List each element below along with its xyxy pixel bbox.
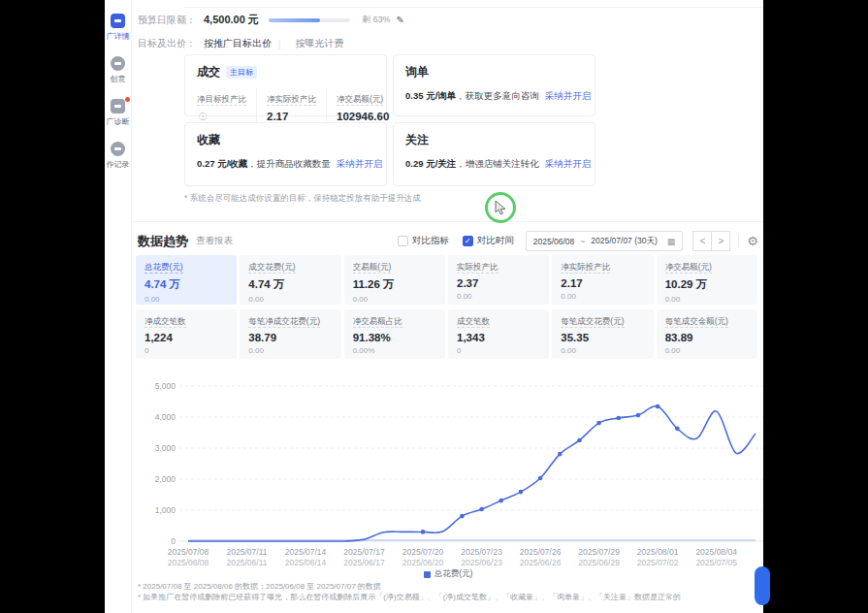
metric-card-8[interactable]: 净交易额占比91.38%0.00% bbox=[344, 309, 445, 359]
click-highlight-ring bbox=[485, 192, 516, 223]
checkbox-icon bbox=[398, 236, 408, 246]
metric-card-7[interactable]: 每笔净成交花费(元)38.790.00 bbox=[240, 309, 340, 359]
trend-title: 数据趋势 bbox=[138, 233, 188, 250]
metric-value: 83.89 bbox=[665, 332, 749, 343]
metric-label-text: 净实际投产比 bbox=[561, 262, 610, 274]
footnote-0: * 2025/07/08 至 2025/08/06 的数据；2025/06/08… bbox=[138, 581, 681, 592]
goal-suggestion-desc: ，获取更多意向咨询 bbox=[456, 90, 539, 101]
goal-bid-row: 目标及出价： 按推广目标出价 | 按曝光计费 bbox=[138, 37, 344, 50]
metric-label: 交易额(元) bbox=[353, 262, 436, 274]
next-period-button[interactable]: > bbox=[711, 231, 730, 251]
metric-label-text: 总花费(元) bbox=[145, 262, 183, 274]
metric-card-3[interactable]: 实际投产比2.370.00 bbox=[448, 255, 549, 305]
goal-suggestion-desc: ，提升商品收藏数量 bbox=[247, 158, 331, 169]
metric-label-text: 每笔成交金额(元) bbox=[665, 316, 728, 328]
metric-card-2[interactable]: 交易额(元)11.26 万0.00 bbox=[344, 255, 445, 305]
adopt-enable-link[interactable]: 采纳并开启 bbox=[545, 90, 592, 101]
metric-card-0[interactable]: 总花费(元)4.74 万0.00 bbox=[136, 255, 237, 305]
primary-goal-badge: 主目标 bbox=[226, 66, 257, 79]
svg-text:0: 0 bbox=[171, 536, 176, 546]
goal-suggestion-price: 0.35 元/询单 bbox=[405, 90, 456, 101]
goal-suggestion-desc: ，增强店铺关注转化 bbox=[456, 158, 539, 169]
goal-suggestion-price: 0.29 元/关注 bbox=[405, 158, 456, 169]
svg-text:2025/07/14: 2025/07/14 bbox=[285, 547, 327, 557]
goal-stat-value: 2.17 bbox=[267, 111, 288, 122]
goal-card-header: 询单 bbox=[405, 64, 583, 81]
metric-card-1[interactable]: 成交花费(元)4.74 万0.00 bbox=[240, 255, 340, 305]
metric-value: 35.35 bbox=[561, 332, 644, 343]
metric-label-text: 实际投产比 bbox=[457, 262, 498, 274]
view-report-link[interactable]: 查看报表 bbox=[196, 235, 233, 247]
goal-suggestion-text: 0.29 元/关注，增强店铺关注转化采纳并开启 bbox=[405, 158, 583, 171]
top-divider bbox=[184, 7, 762, 8]
budget-slider[interactable] bbox=[269, 18, 350, 22]
svg-text:2025/06/23: 2025/06/23 bbox=[461, 558, 502, 567]
diagnose-icon bbox=[111, 99, 125, 113]
budget-value: 4,500.00 元 bbox=[204, 13, 259, 27]
svg-text:2025/07/02: 2025/07/02 bbox=[637, 558, 679, 567]
metric-card-5[interactable]: 净交易额(元)10.29 万0.00 bbox=[657, 255, 757, 305]
metric-label: 成交花费(元) bbox=[248, 262, 332, 274]
goal-stat-value-row: 2.17 bbox=[267, 106, 316, 122]
chart-legend: 总花费(元) bbox=[133, 568, 763, 580]
budget-edit-icon[interactable]: ✎ bbox=[396, 15, 403, 25]
main-content: 预算日限额： 4,500.00 元 剩 63% ✎ 目标及出价： 按推广目标出价… bbox=[133, 0, 763, 613]
metric-compare-value: 0.00 bbox=[248, 346, 332, 355]
goal-suggestion-text: 0.27 元/收藏，提升商品收藏数量采纳并开启 bbox=[197, 158, 374, 171]
svg-text:2025/08/04: 2025/08/04 bbox=[695, 547, 737, 557]
budget-slider-fill bbox=[269, 18, 320, 22]
prev-period-button[interactable]: < bbox=[692, 231, 712, 251]
metric-compare-value: 0.00 bbox=[665, 346, 749, 355]
metric-compare-value: 0.00 bbox=[561, 346, 644, 355]
metric-value: 91.38% bbox=[353, 332, 436, 343]
adopt-enable-link[interactable]: 采纳并开启 bbox=[337, 158, 383, 169]
budget-label: 预算日限额： bbox=[138, 14, 196, 27]
sidebar-item-record[interactable]: 作记录 bbox=[105, 142, 132, 170]
metric-label: 每笔净成交花费(元) bbox=[248, 316, 332, 328]
goal-note: * 系统会尽可能达成你设置的目标，保持稳定投放有助于提升达成 bbox=[184, 193, 421, 205]
metric-card-4[interactable]: 净实际投产比2.170.00 bbox=[552, 255, 653, 305]
svg-text:2,000: 2,000 bbox=[155, 474, 177, 484]
metric-value: 11.26 万 bbox=[353, 277, 436, 292]
goal-cards-grid: 成交主目标净目标投产比ⓘ2.45✎净实际投产比2.17净交易额(元)102946… bbox=[184, 54, 595, 186]
goal-stat-label: 净交易额(元) bbox=[337, 94, 383, 106]
metric-compare-value: 0 bbox=[457, 346, 540, 355]
metric-card-11[interactable]: 每笔成交金额(元)83.890.00 bbox=[657, 309, 757, 359]
sidebar-item-creative[interactable]: 创意 bbox=[105, 56, 132, 84]
gear-icon[interactable]: ⚙ bbox=[747, 234, 758, 248]
goal-card-header: 关注 bbox=[405, 132, 583, 148]
compare-metric-checkbox[interactable]: 对比指标 bbox=[398, 235, 449, 247]
metric-compare-value: 0.00 bbox=[145, 295, 228, 304]
metric-value: 2.37 bbox=[457, 277, 540, 289]
goal-card-header: 收藏 bbox=[197, 132, 374, 148]
svg-text:2025/08/01: 2025/08/01 bbox=[637, 547, 679, 557]
metric-card-9[interactable]: 成交笔数1,3430 bbox=[448, 309, 549, 359]
goal-suggestion-price: 0.27 元/收藏 bbox=[197, 158, 247, 169]
metric-label-text: 净交易额(元) bbox=[665, 262, 712, 274]
goal-card-title: 询单 bbox=[405, 64, 429, 81]
mouse-cursor-icon bbox=[494, 200, 507, 215]
adopt-enable-link[interactable]: 采纳并开启 bbox=[545, 158, 592, 169]
legend-swatch bbox=[424, 571, 431, 578]
date-pager: < > bbox=[692, 231, 730, 251]
metric-card-6[interactable]: 净成交笔数1,2240 bbox=[136, 309, 237, 359]
sidebar-item-promo-detail[interactable]: 广详情 bbox=[105, 14, 132, 42]
info-icon[interactable]: ⓘ bbox=[199, 113, 207, 121]
compare-time-checkbox[interactable]: ✓ 对比时间 bbox=[463, 235, 514, 247]
tab-bid-by-goal[interactable]: 按推广目标出价 bbox=[204, 37, 272, 50]
metric-label: 净成交笔数 bbox=[145, 316, 228, 328]
floating-side-button[interactable] bbox=[755, 566, 770, 605]
svg-text:2025/07/11: 2025/07/11 bbox=[227, 547, 268, 557]
metric-card-10[interactable]: 每笔成交花费(元)35.350.00 bbox=[552, 309, 653, 359]
svg-text:2025/06/29: 2025/06/29 bbox=[578, 558, 620, 567]
sidebar-item-label: 作记录 bbox=[107, 159, 130, 170]
trend-line-chart: 01,0002,0003,0004,0005,0002025/07/082025… bbox=[133, 374, 763, 576]
goal-stat-label: 净目标投产比 bbox=[197, 94, 246, 106]
goal-card-title: 成交 bbox=[197, 64, 220, 81]
svg-text:2025/07/05: 2025/07/05 bbox=[695, 558, 737, 567]
tab-bid-by-exposure[interactable]: 按曝光计费 bbox=[296, 37, 344, 50]
sidebar-item-diagnose[interactable]: 广诊断 bbox=[105, 99, 132, 127]
date-range-picker[interactable]: 2025/06/08 ~ 2025/07/07 (30天) ▦ bbox=[526, 231, 684, 251]
metric-compare-value: 0.00 bbox=[457, 292, 540, 301]
record-icon bbox=[111, 142, 125, 156]
